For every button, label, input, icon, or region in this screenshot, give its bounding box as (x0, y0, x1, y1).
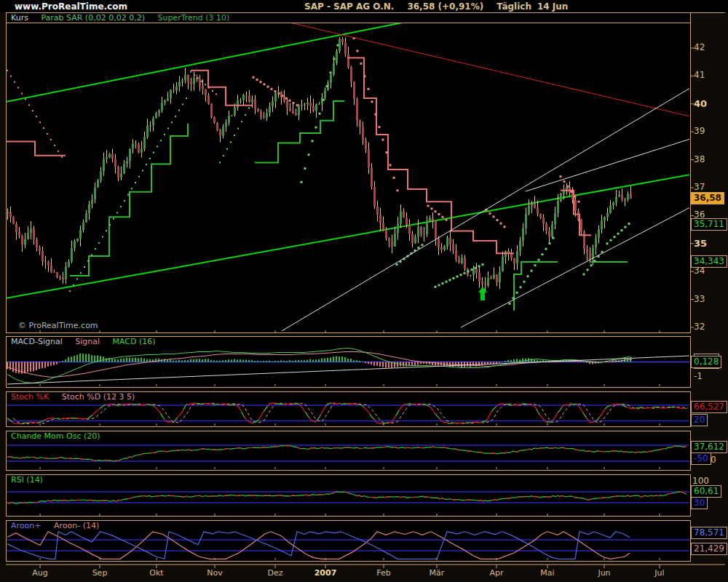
aroon-plot-area[interactable] (7, 529, 689, 560)
aroon-down-value-box: 21,429 (691, 543, 727, 555)
month-label-Mai: Mai (540, 568, 554, 578)
instrument-title: SAP - SAP AG O.N.36,58 (+0,91%)Täglich14… (304, 1, 581, 12)
price-tick-33: 33 (694, 294, 705, 304)
macd-panel-labels: MACD-Signal Signal MACD (16) (7, 337, 690, 346)
aroon-up-value-box: 78,571 (691, 527, 727, 539)
stoch-plot-area[interactable] (7, 400, 689, 426)
macd-label[interactable]: MACD (16) (113, 337, 156, 346)
symbol-label: SAP - SAP AG O.N. (304, 1, 394, 12)
rsi-level-30-box: 30 (691, 497, 708, 509)
last-quote: 36,58 (+0,91%) (407, 1, 483, 12)
date-label: 14 Jun (537, 1, 568, 12)
price-tick-32: 32 (694, 322, 705, 332)
chande-panel-labels: Chande Mom Osc (20) (7, 431, 690, 441)
rsi-value-box: 60,61 (691, 485, 721, 498)
chande-value-box: 37,612 (691, 441, 727, 453)
kurs-label[interactable]: Kurs (11, 13, 28, 23)
parab-sar-label[interactable]: Parab SAR (0,02 0,02 0,2) (41, 13, 145, 23)
price-tick-40: 40 (694, 98, 707, 109)
price-plot-area[interactable] (7, 23, 689, 332)
month-label-Mär: Mär (430, 568, 445, 578)
rsi-plot-area[interactable] (7, 483, 689, 516)
month-label-Okt: Okt (149, 568, 163, 578)
site-link[interactable]: www.ProRealTime.com (15, 1, 127, 12)
month-label-Nov: Nov (207, 568, 222, 578)
month-label-Aug: Aug (32, 568, 47, 578)
macd-signal-label[interactable]: MACD-Signal (11, 337, 63, 346)
chande-level-box: -50 (691, 453, 711, 465)
header-bar: www.ProRealTime.com SAP - SAP AG O.N.36,… (0, 0, 728, 12)
prorealtime-window: www.ProRealTime.com SAP - SAP AG O.N.36,… (0, 0, 728, 582)
period-label[interactable]: Täglich (496, 1, 531, 12)
stoch-level-20-box: 20 (691, 414, 708, 426)
month-label-Jul: Jul (654, 568, 664, 578)
price-tick-41: 41 (694, 70, 705, 80)
stoch-value-box: 66,527 (691, 401, 727, 413)
rsi-100-label: 100 (692, 476, 709, 486)
price-tick-39: 39 (694, 126, 705, 136)
month-label-Feb: Feb (376, 568, 390, 578)
price-tick-35: 35 (694, 238, 707, 249)
price-tick-38: 38 (694, 154, 705, 164)
month-label-Dez: Dez (267, 568, 282, 578)
price-tick-42: 42 (694, 42, 705, 52)
month-label-Jun: Jun (598, 568, 610, 578)
parab-sar-value-box: 35,711 (691, 218, 727, 231)
signal-label[interactable]: Signal (75, 337, 100, 346)
price-tick-37: 37 (694, 182, 705, 192)
month-label-2007: 2007 (314, 568, 337, 578)
last-price-box: 36,58 (691, 192, 724, 204)
chande-zero-label: 0 (711, 455, 716, 465)
macd-axis-label: -1 (694, 371, 703, 381)
macd-value-box: 0,128 (691, 356, 721, 368)
chande-plot-area[interactable] (7, 441, 689, 469)
month-label-Apr: Apr (489, 568, 503, 578)
supertrend-value-box: 34,343 (691, 255, 727, 268)
chande-label[interactable]: Chande Mom Osc (20) (11, 431, 100, 441)
supertrend-label[interactable]: SuperTrend (3 10) (157, 13, 229, 23)
price-panel-labels: Kurs Parab SAR (0,02 0,02 0,2) SuperTren… (7, 13, 690, 23)
month-label-Sep: Sep (92, 568, 108, 578)
macd-plot-area[interactable] (7, 347, 689, 386)
